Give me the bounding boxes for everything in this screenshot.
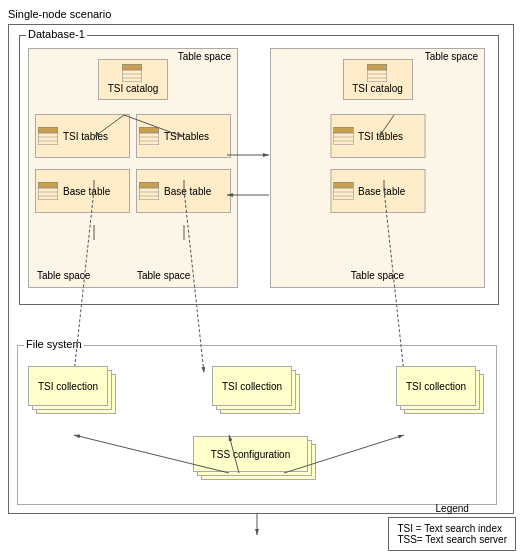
collection-3-front: TSI collection bbox=[396, 366, 476, 406]
collection-2-front: TSI collection bbox=[212, 366, 292, 406]
base-table-box-1: Base table bbox=[35, 169, 130, 213]
tsi-catalog-right: TSI catalog bbox=[343, 59, 413, 100]
collection-2-label: TSI collection bbox=[222, 380, 282, 393]
svg-rect-5 bbox=[38, 127, 58, 133]
database-label: Database-1 bbox=[26, 28, 87, 40]
tsi-collection-3: TSI collection bbox=[396, 366, 486, 424]
tsi-catalog-right-icon bbox=[367, 64, 387, 82]
base-table-label-1: Base table bbox=[63, 185, 110, 198]
legend-item-2: TSS= Text search server bbox=[397, 534, 507, 545]
tsi-catalog-left-label: TSI catalog bbox=[108, 82, 159, 95]
ts-group-right-label: Table space bbox=[425, 51, 478, 62]
single-node-label: Single-node scenario bbox=[8, 8, 516, 20]
base-table-icon-2 bbox=[139, 182, 159, 200]
single-node-box: Database-1 Table space TSI catalog bbox=[8, 24, 514, 514]
base-table-right-label: Base table bbox=[358, 185, 405, 198]
svg-rect-30 bbox=[333, 127, 353, 133]
collection-3-label: TSI collection bbox=[406, 380, 466, 393]
outer-container: Single-node scenario Database-1 Table sp… bbox=[0, 0, 524, 557]
tsi-tables-right: TSI tables bbox=[330, 114, 425, 158]
legend-area: Legend TSI = Text search index TSS= Text… bbox=[388, 503, 516, 551]
database-box: Database-1 Table space TSI catalog bbox=[19, 35, 499, 305]
tss-config-front: TSS configuration bbox=[193, 436, 308, 472]
base-table-right-icon bbox=[333, 182, 353, 200]
base-table-label-2: Base table bbox=[164, 185, 211, 198]
filesystem-box: File system TSI collection TSI collectio… bbox=[17, 345, 497, 505]
tsi-tables-box-2: TSI tables bbox=[136, 114, 231, 158]
tsi-catalog-icon bbox=[122, 64, 142, 82]
base-table-row-left: Base table Base table bbox=[35, 169, 231, 213]
tsi-tables-right-icon bbox=[333, 127, 353, 145]
tsi-collection-2: TSI collection bbox=[212, 366, 302, 424]
tss-config-label: TSS configuration bbox=[211, 448, 291, 461]
tsi-tables-icon-1 bbox=[38, 127, 58, 145]
tsi-collection-1: TSI collection bbox=[28, 366, 118, 424]
legend-box: TSI = Text search index TSS= Text search… bbox=[388, 517, 516, 551]
collection-1-label: TSI collection bbox=[38, 380, 98, 393]
filesystem-label: File system bbox=[24, 338, 84, 350]
ts-group-right: Table space TSI catalog bbox=[270, 48, 485, 288]
tsi-catalog-right-label: TSI catalog bbox=[352, 82, 403, 95]
tsi-tables-label-2: TSI tables bbox=[164, 130, 209, 143]
svg-rect-10 bbox=[139, 127, 159, 133]
base-table-icon-1 bbox=[38, 182, 58, 200]
tsi-tables-box-1: TSI tables bbox=[35, 114, 130, 158]
tsi-tables-icon-2 bbox=[139, 127, 159, 145]
tss-config-wrapper: TSS configuration bbox=[193, 436, 321, 490]
tsi-catalog-left: TSI catalog bbox=[98, 59, 168, 100]
tsi-tables-row-left: TSI tables TSI tables bbox=[35, 114, 231, 158]
ts-group-left-label: Table space bbox=[178, 51, 231, 62]
tsi-tables-right-wrapper: TSI tables bbox=[330, 114, 425, 158]
base-table-right: Base table bbox=[330, 169, 425, 213]
ts-sublabel-right-group: Table space bbox=[351, 270, 404, 281]
tss-config: TSS configuration bbox=[193, 436, 321, 490]
svg-rect-35 bbox=[333, 182, 353, 188]
svg-rect-15 bbox=[38, 182, 58, 188]
base-table-box-2: Base table bbox=[136, 169, 231, 213]
ts-sublabel-2: Table space bbox=[137, 270, 190, 281]
ts-group-left: Table space TSI catalog bbox=[28, 48, 238, 288]
svg-rect-20 bbox=[139, 182, 159, 188]
legend-item-1: TSI = Text search index bbox=[397, 523, 507, 534]
ts-sublabel-1: Table space bbox=[37, 270, 90, 281]
legend-label: Legend bbox=[388, 503, 516, 514]
svg-rect-25 bbox=[367, 64, 387, 70]
svg-rect-0 bbox=[122, 64, 142, 70]
tsi-tables-label-1: TSI tables bbox=[63, 130, 108, 143]
collection-1-front: TSI collection bbox=[28, 366, 108, 406]
base-table-right-wrapper: Base table bbox=[330, 169, 425, 213]
collections-row: TSI collection TSI collection TS bbox=[28, 366, 486, 424]
tsi-tables-right-label: TSI tables bbox=[358, 130, 403, 143]
